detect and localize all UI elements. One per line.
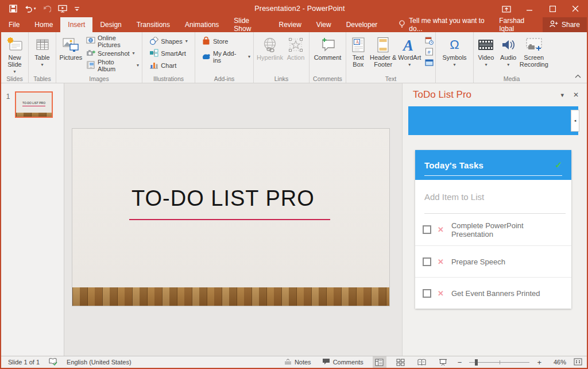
shapes-button[interactable]: Shapes ▾ — [148, 35, 189, 47]
tab-transitions[interactable]: Transitions — [129, 17, 177, 32]
slide-1-thumbnail[interactable]: TO-DO LIST PRO — [15, 91, 53, 118]
title-bar: ▾ Presentation2 - PowerPoint — [1, 0, 587, 17]
undo-button[interactable]: ▾ — [24, 5, 36, 13]
maximize-button[interactable] — [541, 0, 564, 17]
slide-editor-area[interactable]: TO-DO LIST PRO — [64, 83, 402, 356]
video-button[interactable]: Video ▾ — [475, 34, 497, 68]
tab-slide-show[interactable]: Slide Show — [226, 17, 271, 32]
comment-button[interactable]: Comment — [311, 34, 345, 61]
slide-title-text[interactable]: TO-DO LIST PRO — [131, 186, 315, 211]
slide-show-view-button[interactable] — [436, 356, 450, 368]
tab-design[interactable]: Design — [92, 17, 129, 32]
slide-sorter-view-button[interactable] — [394, 356, 408, 368]
minimize-button[interactable] — [518, 0, 541, 17]
photo-album-button[interactable]: Photo Album ▾ — [84, 59, 141, 71]
reading-view-button[interactable] — [415, 356, 429, 368]
object-button[interactable] — [424, 58, 434, 67]
tab-animations[interactable]: Animations — [177, 17, 226, 32]
tab-home[interactable]: Home — [27, 17, 60, 32]
pane-menu-icon[interactable]: ▾ — [560, 91, 564, 99]
dropdown-arrow: ▾ — [248, 54, 250, 59]
text-box-button[interactable]: A Text Box — [347, 34, 369, 68]
ribbon-group-tables: Table ▾ Tables — [29, 32, 56, 83]
symbols-button[interactable]: Ω Symbols ▾ — [439, 34, 471, 68]
comment-icon — [320, 36, 336, 54]
pane-collapse-handle[interactable]: ◂ — [571, 110, 579, 132]
language-label[interactable]: English (United States) — [67, 359, 131, 366]
slide-canvas[interactable]: TO-DO LIST PRO — [72, 129, 389, 306]
screen-recording-button[interactable]: Screen Recording — [520, 34, 548, 68]
comments-button[interactable]: Comments — [320, 356, 365, 368]
slide-number-button[interactable]: # — [424, 47, 434, 56]
hyperlink-button[interactable]: Hyperlink — [256, 34, 284, 61]
online-pictures-label: Online Pictures — [98, 34, 139, 48]
dropdown-arrow: ▾ — [185, 39, 188, 44]
normal-view-button[interactable] — [373, 356, 386, 368]
screenshot-icon — [86, 49, 95, 58]
audio-button[interactable]: Audio ▾ — [497, 34, 520, 68]
zoom-slider[interactable] — [469, 362, 529, 363]
ribbon-group-images: Pictures Online Pictures Screenshot ▾ Ph… — [56, 32, 142, 83]
zoom-slider-thumb[interactable] — [475, 359, 478, 366]
share-label: Share — [562, 21, 580, 29]
start-slideshow-button[interactable] — [58, 5, 67, 13]
group-label-addins: Add-ins — [195, 75, 253, 82]
store-label: Store — [213, 38, 228, 45]
zoom-level[interactable]: 46% — [549, 359, 566, 366]
tab-file[interactable]: File — [1, 17, 27, 32]
wordart-icon: A — [401, 36, 417, 54]
ribbon-group-slides: New Slide ▾ Slides — [1, 32, 29, 83]
illustrations-small-buttons: Shapes ▾ SmartArt Chart — [148, 34, 189, 71]
my-addins-button[interactable]: My Add-ins ▾ — [200, 51, 252, 63]
add-item-input[interactable]: Add Item to List — [415, 180, 571, 214]
fit-slide-to-window-button[interactable] — [574, 358, 582, 367]
wordart-button[interactable]: A WordArt ▾ — [397, 34, 422, 68]
tab-insert[interactable]: Insert — [60, 17, 92, 32]
notes-button[interactable]: Notes — [283, 356, 313, 368]
date-time-button[interactable] — [424, 36, 434, 45]
task-label: Complete PowerPoint Presentation — [451, 221, 564, 239]
check-icon[interactable]: ✓ — [555, 160, 562, 170]
comment-label: Comment — [314, 54, 342, 61]
ribbon-group-addins: Store My Add-ins ▾ Add-ins — [195, 32, 254, 83]
tab-developer[interactable]: Developer — [339, 17, 385, 32]
pane-close-icon[interactable]: ✕ — [573, 91, 579, 99]
task-checkbox[interactable] — [423, 225, 431, 234]
task-checkbox[interactable] — [423, 257, 431, 266]
table-button[interactable]: Table ▾ — [30, 34, 55, 68]
screenshot-button[interactable]: Screenshot ▾ — [84, 47, 141, 59]
chart-button[interactable]: Chart — [148, 59, 189, 71]
share-button[interactable]: Share — [543, 17, 587, 32]
header-footer-button[interactable]: Header & Footer — [369, 34, 397, 68]
ribbon-display-options-button[interactable] — [495, 0, 518, 17]
tab-view[interactable]: View — [309, 17, 339, 32]
action-button[interactable]: Action — [284, 34, 307, 61]
account-name[interactable]: Farshad Iqbal — [492, 17, 543, 32]
close-button[interactable] — [564, 0, 587, 17]
tell-me-box[interactable]: Tell me what you want to do... — [393, 17, 492, 32]
save-button[interactable] — [9, 5, 17, 13]
collapse-ribbon-button[interactable] — [575, 70, 581, 80]
delete-task-icon[interactable]: ✕ — [438, 225, 444, 234]
ribbon-group-comments: Comment Comments — [310, 32, 346, 83]
addin-banner: ◂ — [408, 106, 578, 135]
pictures-button[interactable]: Pictures — [57, 34, 84, 61]
text-box-label: Text Box — [347, 54, 369, 68]
redo-button[interactable] — [43, 5, 51, 13]
customize-qat-button[interactable] — [74, 6, 80, 11]
task-checkbox[interactable] — [423, 289, 431, 298]
delete-task-icon[interactable]: ✕ — [438, 289, 444, 298]
spellcheck-icon[interactable] — [49, 358, 57, 367]
zoom-in-button[interactable]: + — [537, 358, 541, 367]
zoom-out-button[interactable]: − — [458, 358, 462, 367]
slide-count-label[interactable]: Slide 1 of 1 — [8, 359, 40, 366]
online-pictures-button[interactable]: Online Pictures — [84, 35, 141, 47]
delete-task-icon[interactable]: ✕ — [438, 257, 444, 266]
store-button[interactable]: Store — [200, 35, 252, 47]
smartart-button[interactable]: SmartArt — [148, 47, 189, 59]
new-slide-button[interactable]: New Slide ▾ — [2, 34, 27, 75]
tab-review[interactable]: Review — [272, 17, 309, 32]
card-header-underline — [424, 175, 562, 176]
video-label: Video — [478, 54, 494, 61]
dropdown-arrow: ▾ — [41, 62, 43, 68]
